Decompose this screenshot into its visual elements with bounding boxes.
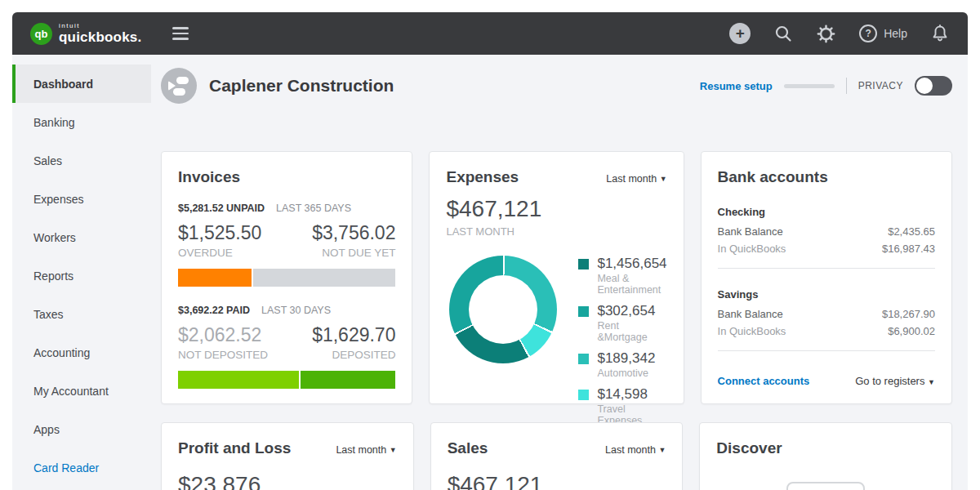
plus-icon: +	[729, 23, 751, 44]
invoices-title: Invoices	[178, 168, 395, 186]
account-name: Checking	[718, 206, 935, 218]
filter-label: Last month	[605, 444, 656, 456]
company-name: Caplener Construction	[209, 76, 394, 96]
row-label: Bank Balance	[718, 225, 783, 238]
paid-period: LAST 30 DAYS	[261, 305, 331, 316]
sales-period-dropdown[interactable]: Last month ▼	[605, 444, 666, 456]
sidebar-item-label: Accounting	[33, 346, 90, 359]
go-to-registers-dropdown[interactable]: Go to registers ▼	[855, 375, 935, 387]
notifications-bell-icon[interactable]	[930, 24, 950, 43]
legend-amount: $1,456,654	[597, 256, 666, 272]
privacy-toggle[interactable]	[915, 76, 952, 96]
sales-title: Sales	[448, 439, 488, 457]
filter-label: Last month	[336, 444, 386, 456]
sidebar-item-label: Apps	[33, 423, 60, 436]
sidebar-item-accounting[interactable]: Accounting	[12, 333, 151, 372]
sidebar-item-banking[interactable]: Banking	[12, 103, 151, 141]
registers-label: Go to registers	[855, 375, 924, 387]
legend-label: Rent &Mortgage	[597, 320, 666, 343]
help-label: Help	[884, 27, 907, 40]
unpaid-bar[interactable]	[178, 269, 395, 287]
sidebar-item-card-reader[interactable]: Card Reader	[12, 448, 151, 487]
legend-amount: $189,342	[597, 350, 655, 367]
in-quickbooks-row: In QuickBooks $16,987.43	[718, 243, 935, 255]
row-label: Bank Balance	[718, 308, 783, 320]
resume-setup-link[interactable]: Resume setup	[700, 80, 773, 92]
topbar: qb intuit quickbooks. +	[12, 12, 968, 55]
deposited-bar-segment	[301, 371, 395, 389]
bank-balance-row: Bank Balance $2,435.65	[718, 225, 935, 238]
legend-swatch	[578, 354, 589, 364]
quickbooks-app: qb intuit quickbooks. +	[12, 12, 968, 490]
row-value: $16,987.43	[882, 243, 935, 255]
overdue-bar-segment	[178, 269, 252, 287]
discover-tile[interactable]	[786, 482, 865, 490]
unpaid-total: $5,281.52 UNPAID	[178, 203, 265, 214]
sales-amount: $467,121	[448, 472, 666, 490]
sidebar-item-label: Reports	[33, 270, 74, 283]
quickbooks-logo[interactable]: qb intuit quickbooks.	[30, 23, 141, 45]
brand-wordmark: intuit quickbooks.	[59, 23, 141, 44]
sidebar-item-label: My Accountant	[33, 385, 109, 398]
filter-label: Last month	[606, 173, 657, 185]
sidebar-item-expenses[interactable]: Expenses	[12, 180, 151, 218]
sidebar-item-taxes[interactable]: Taxes	[12, 295, 151, 333]
discover-title: Discover	[716, 439, 935, 457]
sidebar-item-label: Banking	[33, 116, 75, 129]
deposited-amount: $1,629.70	[312, 324, 395, 346]
hamburger-menu-icon[interactable]	[172, 24, 189, 43]
sidebar-item-my-accountant[interactable]: My Accountant	[12, 372, 151, 410]
chevron-down-icon: ▼	[390, 446, 397, 454]
row-label: In QuickBooks	[718, 325, 786, 337]
bank-accounts-title: Bank accounts	[718, 168, 935, 186]
sidebar-item-sales[interactable]: Sales	[12, 141, 151, 180]
sidebar-item-reports[interactable]: Reports	[12, 256, 151, 295]
profit-loss-period-dropdown[interactable]: Last month ▼	[336, 444, 396, 456]
row-value: $2,435.65	[888, 225, 935, 238]
create-plus-button[interactable]: +	[729, 23, 751, 44]
row-value: $18,267.90	[882, 308, 935, 320]
divider	[846, 78, 847, 94]
expenses-title: Expenses	[446, 168, 519, 186]
paid-total: $3,692.22 PAID	[178, 305, 250, 316]
sidebar-item-label: Workers	[33, 231, 76, 244]
legend-amount: $302,654	[597, 303, 666, 319]
overdue-amount: $1,525.50	[178, 222, 261, 244]
connect-accounts-link[interactable]: Connect accounts	[718, 375, 810, 387]
page-header: Caplener Construction Resume setup PRIVA…	[161, 66, 952, 105]
sidebar-nav: Dashboard Banking Sales Expenses Workers…	[12, 55, 151, 490]
notdue-bar-segment	[253, 269, 396, 287]
privacy-label: PRIVACY	[858, 80, 903, 91]
expenses-total: $467,121	[446, 196, 666, 222]
sidebar-item-label: Sales	[33, 154, 62, 167]
sidebar-item-workers[interactable]: Workers	[12, 218, 151, 256]
legend-item: $189,342 Automotive	[578, 350, 666, 379]
unpaid-period: LAST 365 DAYS	[276, 203, 351, 214]
sidebar-item-dashboard[interactable]: Dashboard	[12, 65, 151, 103]
bank-balance-row: Bank Balance $18,267.90	[718, 308, 935, 320]
overdue-label: OVERDUE	[178, 247, 261, 259]
legend-swatch	[578, 390, 589, 400]
sidebar-item-apps[interactable]: Apps	[12, 410, 151, 448]
legend-swatch	[578, 259, 589, 270]
legend-label: Automotive	[597, 368, 655, 379]
profit-loss-title: Profit and Loss	[178, 439, 291, 457]
expenses-period: LAST MONTH	[446, 225, 666, 238]
sidebar-item-label: Taxes	[33, 308, 64, 321]
gear-icon[interactable]	[816, 24, 836, 44]
sidebar-item-label: Dashboard	[33, 78, 93, 91]
legend-label: Meal & Entertainment	[597, 273, 666, 296]
profit-loss-amount: $23,876	[178, 472, 397, 490]
in-quickbooks-row: In QuickBooks $6,900.02	[718, 325, 935, 337]
expenses-period-dropdown[interactable]: Last month ▼	[606, 173, 666, 185]
search-icon[interactable]	[773, 24, 793, 43]
profit-loss-card: Profit and Loss Last month ▼ $23,876	[161, 422, 414, 490]
notdeposited-bar-segment	[178, 371, 299, 389]
main-content: Caplener Construction Resume setup PRIVA…	[151, 55, 968, 490]
paid-bar[interactable]	[178, 371, 395, 389]
qb-logo-icon: qb	[30, 23, 52, 45]
help-button[interactable]: ? Help	[859, 24, 907, 42]
chevron-down-icon: ▼	[660, 175, 667, 183]
row-label: In QuickBooks	[718, 243, 786, 255]
notdue-amount: $3,756.02	[312, 222, 395, 244]
